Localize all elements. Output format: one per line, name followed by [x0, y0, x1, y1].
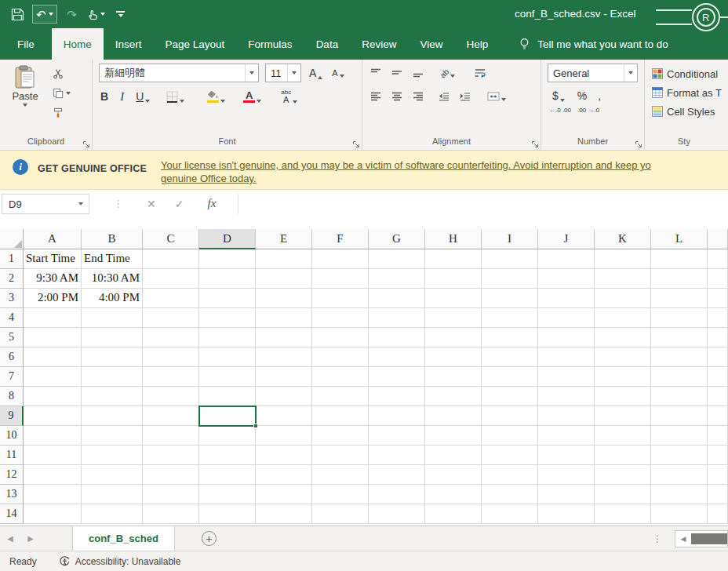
percent-style-button[interactable]: % — [577, 89, 587, 102]
cell-E4[interactable] — [256, 308, 312, 328]
cell-I14[interactable] — [482, 504, 538, 524]
wrap-text-button[interactable] — [473, 67, 487, 78]
cell-partial-8[interactable] — [708, 387, 728, 406]
cell-F12[interactable] — [312, 465, 369, 485]
cell-F8[interactable] — [312, 387, 369, 406]
cell-D2[interactable] — [199, 269, 256, 289]
cell-F4[interactable] — [312, 308, 369, 328]
license-warning-link[interactable]: Your license isn't genuine, and you may … — [161, 158, 728, 185]
clipboard-dialog-launcher[interactable] — [82, 140, 90, 148]
cell-H4[interactable] — [425, 308, 482, 328]
cell-F13[interactable] — [312, 485, 369, 504]
tab-scroll-handle[interactable]: ⋮ — [653, 533, 662, 544]
cell-H14[interactable] — [425, 504, 482, 524]
cell-E6[interactable] — [256, 347, 312, 367]
cell-H1[interactable] — [425, 249, 482, 269]
cell-C7[interactable] — [143, 367, 199, 387]
cell-B14[interactable] — [82, 504, 143, 524]
cell-G11[interactable] — [369, 446, 425, 465]
cell-H9[interactable] — [425, 406, 482, 426]
column-header-partial[interactable] — [708, 229, 728, 249]
redo-button[interactable]: ↷ — [63, 5, 82, 24]
row-header-14[interactable]: 14 — [0, 504, 24, 524]
cell-L8[interactable] — [651, 387, 708, 406]
cell-C1[interactable] — [143, 249, 199, 269]
tab-help[interactable]: Help — [454, 28, 500, 60]
cell-D14[interactable] — [199, 504, 256, 524]
align-right-button[interactable] — [411, 91, 425, 102]
cell-L6[interactable] — [651, 347, 708, 367]
row-header-9[interactable]: 9 — [0, 406, 24, 426]
cell-A10[interactable] — [24, 426, 82, 446]
cell-K5[interactable] — [595, 328, 651, 347]
accessibility-status[interactable]: Accessibility: Unavailable — [59, 555, 181, 567]
phonetic-guide-button[interactable]: abc A — [279, 89, 299, 104]
cell-L9[interactable] — [651, 406, 708, 426]
sheet-tab-conf-b-sched[interactable]: conf_B_sched — [72, 526, 175, 551]
cell-B4[interactable] — [82, 308, 143, 328]
cell-partial-12[interactable] — [708, 465, 728, 485]
decrease-decimal-button[interactable]: .00 →.0 — [577, 107, 599, 114]
italic-button[interactable]: I — [118, 89, 126, 104]
name-box[interactable]: D9 — [2, 194, 89, 214]
cell-L4[interactable] — [651, 308, 708, 328]
cell-G2[interactable] — [369, 269, 425, 289]
cell-F9[interactable] — [312, 406, 369, 426]
cell-H6[interactable] — [425, 347, 482, 367]
cell-B1[interactable]: End Time — [82, 249, 143, 269]
column-header-I[interactable]: I — [482, 229, 538, 249]
column-header-D[interactable]: D — [199, 229, 256, 249]
cell-G8[interactable] — [369, 387, 425, 406]
cancel-button[interactable]: ✕ — [147, 198, 156, 210]
cell-D4[interactable] — [199, 308, 256, 328]
cell-F3[interactable] — [312, 289, 369, 308]
cell-partial-3[interactable] — [708, 289, 728, 308]
cell-partial-10[interactable] — [708, 426, 728, 446]
cell-I4[interactable] — [482, 308, 538, 328]
cell-A6[interactable] — [24, 347, 82, 367]
cell-styles-button[interactable]: Cell Styles — [648, 102, 725, 121]
fill-handle[interactable] — [253, 424, 258, 428]
bottom-align-button[interactable] — [411, 67, 425, 78]
cell-L13[interactable] — [651, 485, 708, 504]
cell-D5[interactable] — [199, 328, 256, 347]
format-as-table-button[interactable]: Format as T — [648, 83, 725, 102]
cell-B12[interactable] — [82, 465, 143, 485]
cell-H3[interactable] — [425, 289, 482, 308]
format-painter-button[interactable] — [51, 105, 72, 121]
cell-G4[interactable] — [369, 308, 425, 328]
cell-A4[interactable] — [24, 308, 82, 328]
tell-me-box[interactable]: Tell me what you want to do — [519, 28, 668, 60]
font-size-combo[interactable]: 11 — [265, 64, 301, 82]
cell-B13[interactable] — [82, 485, 143, 504]
merge-center-button[interactable] — [486, 91, 508, 102]
column-header-K[interactable]: K — [595, 229, 651, 249]
cell-K14[interactable] — [595, 504, 651, 524]
cell-A3[interactable]: 2:00 PM — [24, 289, 82, 308]
cell-E2[interactable] — [256, 269, 312, 289]
cell-K8[interactable] — [595, 387, 651, 406]
cell-J3[interactable] — [538, 289, 595, 308]
alignment-dialog-launcher[interactable] — [531, 140, 539, 148]
cell-partial-6[interactable] — [708, 347, 728, 367]
top-align-button[interactable] — [369, 67, 383, 78]
horizontal-scrollbar[interactable]: ◀ — [675, 530, 728, 547]
cut-button[interactable] — [51, 66, 72, 82]
cell-J9[interactable] — [538, 406, 595, 426]
cell-B2[interactable]: 10:30 AM — [82, 269, 143, 289]
row-header-8[interactable]: 8 — [0, 387, 24, 406]
cell-G5[interactable] — [369, 328, 425, 347]
cell-J14[interactable] — [538, 504, 595, 524]
cell-partial-5[interactable] — [708, 328, 728, 347]
cell-C8[interactable] — [143, 387, 199, 406]
cell-F5[interactable] — [312, 328, 369, 347]
cell-J13[interactable] — [538, 485, 595, 504]
touch-mouse-mode-button[interactable] — [87, 5, 106, 24]
save-button[interactable] — [8, 5, 27, 24]
font-name-dropdown-icon[interactable] — [245, 64, 258, 82]
number-format-dropdown-icon[interactable] — [624, 64, 637, 82]
cell-partial-14[interactable] — [708, 504, 728, 524]
tab-formulas[interactable]: Formulas — [236, 28, 304, 60]
insert-function-button[interactable]: fx — [207, 197, 216, 210]
cell-D11[interactable] — [199, 446, 256, 465]
